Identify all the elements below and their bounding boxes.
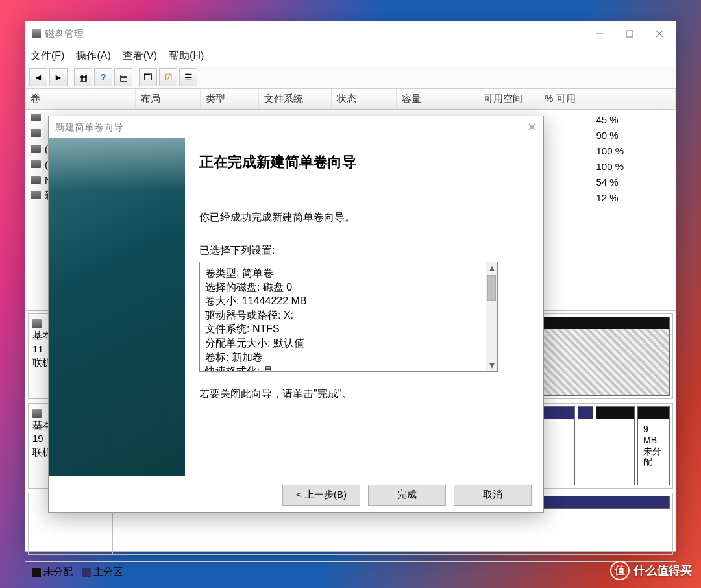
svg-rect-1 xyxy=(626,31,633,37)
col-type[interactable]: 类型 xyxy=(201,89,259,109)
menu-action[interactable]: 操作(A) xyxy=(76,49,110,63)
scroll-down-icon[interactable]: ▾ xyxy=(486,360,497,371)
dialog-success-text: 你已经成功完成新建简单卷向导。 xyxy=(199,211,524,225)
scroll-up-icon[interactable]: ▴ xyxy=(486,262,497,274)
dialog-heading: 正在完成新建简单卷向导 xyxy=(199,153,524,172)
menu-view[interactable]: 查看(V) xyxy=(123,49,157,63)
menu-help[interactable]: 帮助(H) xyxy=(169,49,204,63)
watermark-badge-icon: 值 xyxy=(610,561,630,580)
volume-icon xyxy=(31,129,41,137)
forward-button[interactable]: ► xyxy=(49,68,68,86)
watermark-text: 什么值得买 xyxy=(633,563,692,578)
view-button[interactable]: ▤ xyxy=(114,68,132,86)
finish-button[interactable]: 完成 xyxy=(368,485,446,506)
col-pct[interactable]: % 可用 xyxy=(539,89,676,109)
col-volume[interactable]: 卷 xyxy=(25,89,136,109)
dialog-close-button[interactable]: ✕ xyxy=(527,120,537,134)
col-layout[interactable]: 布局 xyxy=(136,89,201,109)
window-title: 磁盘管理 xyxy=(45,28,84,40)
col-status[interactable]: 状态 xyxy=(332,89,397,109)
pct-column-values: 45 % 90 % 100 % 100 % 54 % 12 % xyxy=(596,112,624,206)
col-fs[interactable]: 文件系统 xyxy=(259,89,332,109)
partition-primary[interactable] xyxy=(578,406,593,485)
back-button[interactable]: < 上一步(B) xyxy=(282,485,360,506)
dialog-content: 正在完成新建简单卷向导 你已经成功完成新建简单卷向导。 已选择下列设置: 卷类型… xyxy=(185,138,543,476)
titlebar: 磁盘管理 xyxy=(25,21,676,46)
volume-icon xyxy=(31,145,41,153)
volume-list-header: 卷 布局 类型 文件系统 状态 容量 可用空间 % 可用 xyxy=(25,89,676,110)
refresh-icon[interactable]: 🗔 xyxy=(139,68,157,86)
menu-file[interactable]: 文件(F) xyxy=(31,49,64,63)
scroll-thumb[interactable] xyxy=(487,275,496,301)
settings-listbox[interactable]: 卷类型: 简单卷 选择的磁盘: 磁盘 0 卷大小: 11444222 MB 驱动… xyxy=(199,262,498,372)
dialog-titlebar: 新建简单卷向导 ✕ xyxy=(49,116,543,138)
maximize-button[interactable] xyxy=(615,24,645,43)
cancel-button[interactable]: 取消 xyxy=(454,485,532,506)
settings-icon[interactable]: ☑ xyxy=(159,68,177,86)
disk-icon xyxy=(32,319,42,328)
app-icon xyxy=(32,29,41,38)
col-cap[interactable]: 容量 xyxy=(397,89,478,109)
dialog-hint-text: 若要关闭此向导，请单击"完成"。 xyxy=(199,387,524,401)
volume-icon xyxy=(31,191,41,199)
dialog-footer: < 上一步(B) 完成 取消 xyxy=(49,476,543,513)
volume-icon xyxy=(31,176,41,184)
volume-icon xyxy=(31,160,41,168)
partition-small[interactable]: 9 MB未分配 xyxy=(637,406,670,485)
disk-icon xyxy=(32,409,42,418)
volume-icon xyxy=(31,114,41,121)
list-icon[interactable]: ☰ xyxy=(179,68,197,86)
dialog-settings-label: 已选择下列设置: xyxy=(199,244,524,258)
panes-button[interactable]: ▦ xyxy=(74,68,92,86)
dialog-title-text: 新建简单卷向导 xyxy=(55,121,123,134)
close-button[interactable] xyxy=(645,24,674,43)
menubar: 文件(F) 操作(A) 查看(V) 帮助(H) xyxy=(25,46,676,66)
back-button[interactable]: ◄ xyxy=(29,68,47,86)
col-free[interactable]: 可用空间 xyxy=(478,89,539,109)
swatch-unallocated xyxy=(32,568,41,577)
new-simple-volume-wizard: 新建简单卷向导 ✕ 正在完成新建简单卷向导 你已经成功完成新建简单卷向导。 已选… xyxy=(48,116,544,513)
toolbar: ◄ ► ▦ ? ▤ 🗔 ☑ ☰ xyxy=(25,66,676,89)
swatch-primary xyxy=(82,568,91,577)
minimize-button[interactable] xyxy=(585,24,615,43)
scrollbar[interactable]: ▴ ▾ xyxy=(486,262,497,371)
dialog-sidebar-graphic xyxy=(49,138,185,476)
legend: 未分配 主分区 xyxy=(25,561,676,582)
watermark: 值 什么值得买 xyxy=(610,559,692,582)
desktop-background: 磁盘管理 文件(F) 操作(A) 查看(V) 帮助(H) ◄ ► ▦ ? ▤ 🗔… xyxy=(0,0,701,588)
help-button[interactable]: ? xyxy=(94,68,112,86)
partition-primary[interactable] xyxy=(596,406,635,485)
